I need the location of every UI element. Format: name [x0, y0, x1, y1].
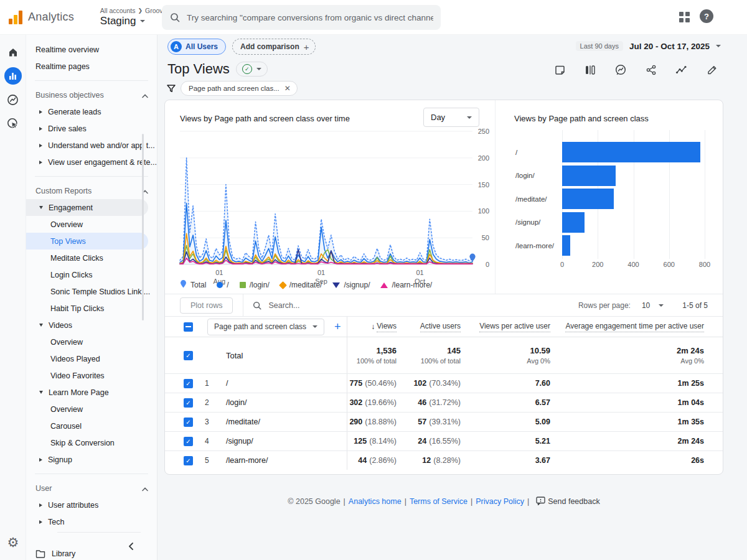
- sidebar-item-sonic-temple-studios-link[interactable]: Sonic Temple Studios Link ...: [26, 283, 157, 300]
- home-icon: [7, 46, 19, 58]
- views-per-user-value: 5.21: [535, 437, 550, 446]
- footer-link-privacy[interactable]: Privacy Policy: [476, 497, 524, 506]
- sidebar-item-drive-sales[interactable]: Drive sales: [26, 120, 157, 137]
- apps-grid-icon[interactable]: [679, 12, 690, 22]
- main-content: A All Users Add comparison + Last 90 day…: [157, 35, 747, 560]
- add-dimension-button[interactable]: +: [334, 320, 341, 334]
- trend-button[interactable]: [675, 63, 688, 76]
- date-range-picker[interactable]: Last 90 days Jul 20 - Oct 17, 2025: [576, 41, 721, 51]
- advertising-nav-button[interactable]: [4, 114, 22, 132]
- sidebar-item-videos-played[interactable]: Videos Played: [26, 350, 157, 367]
- footer-link-analytics-home[interactable]: Analytics home: [349, 497, 402, 506]
- bar-root[interactable]: [562, 142, 700, 162]
- rows-per-page-value[interactable]: 10: [642, 301, 650, 310]
- top-bar: Analytics All accounts ❯ Groovs.app Stag…: [0, 0, 747, 35]
- sidebar-item-tech[interactable]: Tech: [26, 513, 157, 530]
- sidebar-item-understand-web-and-or-app-t[interactable]: Understand web and/or app t...: [26, 137, 157, 154]
- sidebar-item-login-clicks[interactable]: Login Clicks: [26, 266, 157, 283]
- reports-nav-button[interactable]: [4, 67, 22, 85]
- column-header-views-per-user[interactable]: Views per active user: [461, 317, 550, 337]
- report-status-pill[interactable]: ✓: [236, 62, 268, 77]
- sidebar-item-habit-tip-clicks[interactable]: Habit Tip Clicks: [26, 300, 157, 317]
- row-checkbox[interactable]: [184, 418, 193, 427]
- snapshot-note-button[interactable]: [553, 63, 566, 76]
- sidebar-divider: [35, 176, 148, 177]
- row-views-per-user: 5.09: [461, 413, 550, 431]
- column-header-active-users[interactable]: Active users: [397, 317, 461, 337]
- sidebar-item-overview[interactable]: Overview: [26, 216, 157, 233]
- add-comparison-chip[interactable]: Add comparison +: [232, 39, 316, 55]
- timeseries-svg[interactable]: 05010015020025001Aug01Sep01Oct: [165, 100, 496, 294]
- sidebar-nav: Realtime overviewRealtime pagesBusiness …: [26, 41, 157, 560]
- footer-link-terms[interactable]: Terms of Service: [410, 497, 467, 506]
- send-feedback-link[interactable]: Send feedback: [548, 497, 599, 506]
- sidebar-item-generate-leads[interactable]: Generate leads: [26, 103, 157, 120]
- help-icon[interactable]: ?: [700, 9, 713, 23]
- sidebar-item-engagement[interactable]: Engagement: [26, 199, 148, 216]
- table-row[interactable]: 2/login/302(19.66%)46(31.72%)6.571m 04s: [165, 393, 723, 412]
- sidebar-item-overview[interactable]: Overview: [26, 401, 157, 418]
- sidebar-item-videos[interactable]: Videos: [26, 317, 157, 334]
- sidebar-item-meditate-clicks[interactable]: Meditate Clicks: [26, 250, 157, 266]
- bar-login[interactable]: [562, 166, 616, 186]
- explore-nav-button[interactable]: [4, 91, 22, 108]
- sidebar-item-video-favorites[interactable]: Video Favorites: [26, 367, 157, 384]
- plot-rows-button[interactable]: Plot rows: [180, 297, 233, 314]
- row-checkbox[interactable]: [184, 379, 193, 388]
- table-row[interactable]: 5/learn-more/44(2.86%)12(8.28%)3.6726s: [165, 450, 723, 470]
- admin-gear-icon[interactable]: ⚙: [0, 535, 26, 550]
- column-header-engagement-time[interactable]: Average engagement time per active user: [550, 317, 704, 337]
- table-row[interactable]: 3/meditate/290(18.88%)57(39.31%)5.091m 3…: [165, 412, 723, 431]
- table-search[interactable]: Search...: [252, 301, 299, 310]
- sidebar-item-realtime-pages[interactable]: Realtime pages: [26, 58, 157, 75]
- row-views-per-user: 5.21: [461, 432, 550, 450]
- bar-signup[interactable]: [562, 212, 585, 233]
- sidebar-collapse-button[interactable]: [125, 540, 137, 553]
- global-search[interactable]: [162, 5, 441, 30]
- bar-learn-more[interactable]: [562, 235, 570, 256]
- analytics-logo[interactable]: Analytics: [0, 11, 74, 24]
- row-checkbox[interactable]: [184, 437, 193, 446]
- sidebar-item-library[interactable]: Library: [26, 545, 157, 560]
- filter-funnel-icon[interactable]: [166, 83, 176, 93]
- sidebar-item-signup[interactable]: Signup: [26, 451, 157, 468]
- row-checkbox[interactable]: [184, 398, 193, 408]
- close-icon[interactable]: ✕: [284, 84, 291, 93]
- sidebar-divider: [35, 474, 148, 474]
- column-header-views[interactable]: ↓Views: [347, 317, 397, 337]
- chevron-down-icon[interactable]: [659, 304, 664, 307]
- sidebar-section-custom-reports[interactable]: Custom Reports: [26, 182, 157, 199]
- table-row[interactable]: 1/775(50.46%)102(70.34%)7.601m 25s: [165, 373, 723, 393]
- sidebar-item-top-views[interactable]: Top Views: [26, 233, 148, 250]
- search-input[interactable]: [187, 13, 433, 22]
- dimension-select[interactable]: Page path and screen class: [207, 319, 324, 335]
- share-button[interactable]: [645, 63, 657, 76]
- table-row[interactable]: 4/signup/125(8.14%)24(16.55%)5.212m 24s: [165, 431, 723, 450]
- active-users-pct: (16.55%): [429, 437, 461, 446]
- sidebar-item-realtime-overview[interactable]: Realtime overview: [26, 41, 157, 58]
- sidebar-section-user[interactable]: User: [26, 480, 157, 497]
- add-comparison-label: Add comparison: [240, 42, 299, 51]
- sidebar-item-learn-more-page[interactable]: Learn More Page: [26, 384, 157, 401]
- sidebar-item-user-attributes[interactable]: User attributes: [26, 497, 157, 513]
- select-all-checkbox[interactable]: [184, 322, 193, 332]
- sidebar-item-carousel[interactable]: Carousel: [26, 418, 157, 434]
- sidebar-scrollbar[interactable]: [142, 134, 144, 320]
- home-nav-button[interactable]: [4, 44, 22, 61]
- left-rail: ⚙: [0, 35, 26, 560]
- totals-checkbox[interactable]: [184, 351, 193, 360]
- row-path: /signup/: [218, 437, 347, 446]
- sidebar-section-business-objectives[interactable]: Business objectives: [26, 86, 157, 103]
- comparison-bars-button[interactable]: [584, 63, 596, 76]
- sidebar-item-skip-conversion[interactable]: Skip & Conversion: [26, 434, 157, 451]
- insights-button[interactable]: [614, 63, 627, 76]
- bar-meditate[interactable]: [562, 189, 614, 209]
- sidebar-item-view-user-engagement-rete[interactable]: View user engagement & rete...: [26, 154, 157, 170]
- edit-button[interactable]: [706, 63, 718, 76]
- note-icon: [554, 64, 566, 76]
- circle-marker-icon: [217, 282, 223, 288]
- sidebar-item-overview[interactable]: Overview: [26, 334, 157, 350]
- filter-chip[interactable]: Page path and screen clas... ✕: [181, 81, 298, 96]
- all-users-chip[interactable]: A All Users: [167, 39, 226, 55]
- row-checkbox[interactable]: [184, 456, 193, 465]
